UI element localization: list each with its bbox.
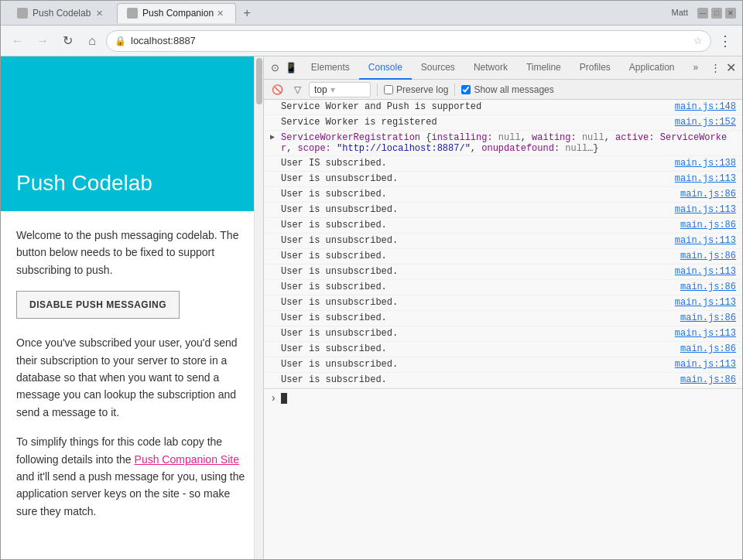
preserve-log-label: Preserve log	[396, 84, 448, 95]
console-row: Service Worker and Push is supportedmain…	[264, 100, 742, 115]
console-row: User is subscribed.main.js:86	[264, 249, 742, 265]
console-source-link[interactable]: main.js:86	[680, 251, 736, 261]
webpage-title: Push Codelab	[16, 171, 152, 196]
console-row: User IS subscribed.main.js:138	[264, 156, 742, 172]
console-message: User is unsubscribed.	[281, 297, 675, 308]
devtools-device-button[interactable]: 📱	[282, 59, 298, 77]
window-controls: Matt — □ ✕	[672, 8, 736, 19]
console-clear-button[interactable]: 🚫	[269, 81, 286, 98]
tab-console[interactable]: Console	[359, 56, 412, 80]
console-cursor	[281, 393, 287, 404]
tab-push-codelab[interactable]: Push Codelab ✕	[7, 3, 115, 23]
console-row: Service Worker is registeredmain.js:152	[264, 115, 742, 131]
console-message: User is subscribed.	[281, 189, 680, 200]
bookmark-icon[interactable]: ☆	[693, 35, 703, 46]
filter-dropdown-icon: ▾	[330, 84, 335, 95]
tab-profiles[interactable]: Profiles	[570, 56, 620, 80]
devtools-inspect-button[interactable]: ⊙	[267, 59, 282, 77]
console-source-link[interactable]: main.js:86	[680, 312, 736, 323]
console-source-link[interactable]: main.js:113	[675, 297, 736, 308]
tab-close-1[interactable]: ✕	[93, 7, 105, 19]
console-message: User is unsubscribed.	[281, 266, 675, 277]
console-message: User is unsubscribed.	[281, 328, 675, 339]
console-row: User is unsubscribed.main.js:113	[264, 357, 742, 373]
push-companion-link[interactable]: Push Companion Site	[135, 453, 239, 466]
console-message: User is subscribed.	[281, 374, 680, 385]
devtools-panel: ⊙ 📱 Elements Console Sources Network	[264, 56, 742, 559]
console-message: User is unsubscribed.	[281, 235, 675, 246]
show-all-checkbox[interactable]	[461, 85, 471, 94]
console-row: User is subscribed.main.js:86	[264, 342, 742, 357]
console-source-link[interactable]: main.js:86	[680, 374, 736, 385]
filter-value: top	[314, 84, 327, 95]
separator-2	[454, 84, 455, 96]
console-source-link[interactable]: main.js:148	[675, 101, 736, 112]
console-message: User is subscribed.	[281, 282, 680, 292]
console-source-link[interactable]: main.js:113	[675, 235, 736, 246]
tab-sources[interactable]: Sources	[412, 56, 464, 80]
console-message: User is subscribed.	[281, 312, 680, 323]
console-source-link[interactable]: main.js:113	[675, 173, 736, 184]
title-bar: Push Codelab ✕ Push Companion ✕ + Matt —…	[1, 1, 742, 26]
console-message: Service Worker and Push is supported	[281, 101, 675, 112]
forward-button[interactable]: →	[32, 30, 53, 52]
maximize-button[interactable]: □	[711, 8, 722, 19]
tab-close-2[interactable]: ✕	[214, 7, 226, 19]
simplify-paragraph: To simplify things for this code lab cop…	[16, 433, 248, 520]
disable-push-button[interactable]: DISABLE PUSH MESSAGING	[16, 291, 180, 319]
show-all-label: Show all messages	[474, 84, 553, 95]
console-input-row[interactable]: ›	[264, 388, 742, 408]
console-row: User is subscribed.main.js:86	[264, 311, 742, 326]
console-row: User is subscribed.main.js:86	[264, 373, 742, 388]
webpage-body: Welcome to the push messaging codelab. T…	[1, 211, 263, 548]
console-source-link[interactable]: main.js:113	[675, 328, 736, 339]
tab-elements[interactable]: Elements	[302, 56, 359, 80]
tab-more[interactable]: »	[684, 56, 708, 80]
console-message: User is unsubscribed.	[281, 204, 675, 215]
console-message: User IS subscribed.	[281, 158, 675, 169]
scroll-thumb[interactable]	[256, 58, 262, 104]
home-button[interactable]: ⌂	[81, 30, 103, 52]
reload-button[interactable]: ↻	[56, 30, 78, 52]
tab-network[interactable]: Network	[464, 56, 517, 80]
devtools-options-button[interactable]: ⋮	[707, 59, 723, 77]
close-button[interactable]: ✕	[725, 8, 736, 19]
browser-menu-button[interactable]: ⋮	[714, 30, 736, 52]
console-message: User is subscribed.	[281, 343, 680, 354]
console-source-link[interactable]: main.js:113	[675, 359, 736, 370]
tab-push-companion[interactable]: Push Companion ✕	[117, 3, 236, 23]
console-source-link[interactable]: main.js:86	[680, 189, 736, 200]
console-row: User is subscribed.main.js:86	[264, 280, 742, 295]
minimize-button[interactable]: —	[697, 8, 708, 19]
address-text: localhost:8887	[131, 35, 690, 46]
devtools-tabs: Elements Console Sources Network Timelin…	[302, 56, 707, 80]
intro-paragraph: Welcome to the push messaging codelab. T…	[16, 227, 248, 278]
tab-label-2: Push Companion	[142, 8, 214, 19]
console-source-link[interactable]: main.js:86	[680, 220, 736, 230]
console-filter-input[interactable]: top ▾	[309, 82, 371, 97]
console-filter-button[interactable]: ▽	[289, 81, 306, 98]
navigation-bar: ← → ↻ ⌂ 🔒 localhost:8887 ☆ ⋮	[1, 26, 742, 56]
console-message: User is subscribed.	[281, 220, 680, 230]
console-source-link[interactable]: main.js:138	[675, 158, 736, 169]
address-bar[interactable]: 🔒 localhost:8887 ☆	[106, 30, 711, 52]
para3-suffix: and it'll send a push message for you, u…	[16, 470, 245, 517]
console-toolbar: 🚫 ▽ top ▾ Preserve log Show all messages	[264, 80, 742, 100]
console-source-link[interactable]: main.js:113	[675, 204, 736, 215]
preserve-log-checkbox[interactable]	[384, 85, 393, 94]
console-source-link[interactable]: main.js:152	[675, 117, 736, 128]
expand-icon: ▶	[270, 132, 278, 142]
new-tab-button[interactable]: +	[238, 4, 256, 22]
console-row: User is subscribed.main.js:86	[264, 218, 742, 234]
console-source-link[interactable]: main.js:86	[680, 282, 736, 292]
console-source-link[interactable]: main.js:113	[675, 266, 736, 277]
tab-application[interactable]: Application	[620, 56, 684, 80]
console-row[interactable]: ▶ServiceWorkerRegistration {installing: …	[264, 131, 742, 156]
console-source-link[interactable]: main.js:86	[680, 343, 736, 354]
devtools-close-button[interactable]: ✕	[724, 59, 739, 77]
user-label: Matt	[672, 8, 688, 19]
back-button[interactable]: ←	[7, 30, 29, 52]
webpage-scrollbar[interactable]	[254, 56, 263, 559]
console-content: Service Worker and Push is supportedmain…	[264, 100, 742, 559]
tab-timeline[interactable]: Timeline	[517, 56, 570, 80]
